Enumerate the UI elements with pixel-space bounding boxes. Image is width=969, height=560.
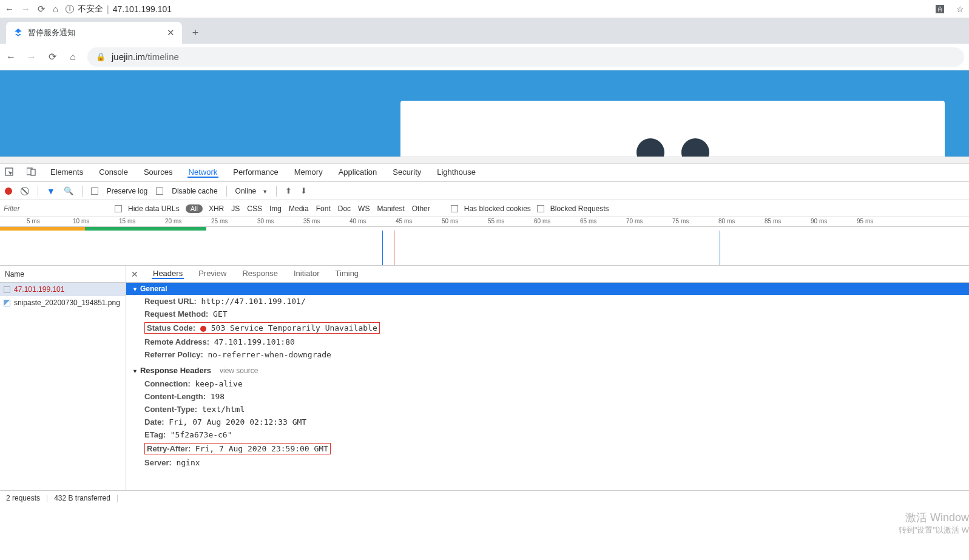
ruler-tick: 55 ms <box>488 218 504 224</box>
back-icon[interactable]: ← <box>5 52 17 62</box>
translate-icon[interactable]: 🅰 <box>936 4 944 14</box>
omnibox[interactable]: 🔒 juejin.im/timeline <box>87 47 964 67</box>
network-toolbar: ▼ 🔍 Preserve log Disable cache Online ▼ … <box>0 182 969 200</box>
ruler-tick: 75 ms <box>672 218 689 224</box>
blocked-req-checkbox[interactable] <box>537 205 544 212</box>
download-icon[interactable]: ⬇ <box>300 186 307 195</box>
devtools-tab-lighthouse[interactable]: Lighthouse <box>436 167 477 178</box>
blocked-req-label: Blocked Requests <box>550 204 609 213</box>
blocked-cookies-checkbox[interactable] <box>451 205 458 212</box>
svg-rect-2 <box>31 169 35 175</box>
forward-icon[interactable]: → <box>21 4 30 14</box>
close-icon[interactable]: ✕ <box>167 27 175 38</box>
ruler-tick: 50 ms <box>442 218 458 224</box>
header-row: Referrer Policy: no-referrer-when-downgr… <box>126 348 969 361</box>
devtools-tab-console[interactable]: Console <box>98 167 129 178</box>
detail-tab-timing[interactable]: Timing <box>334 269 360 279</box>
throttling-select[interactable]: Online ▼ <box>235 187 268 195</box>
header-row: Request URL: http://47.101.199.101/ <box>126 295 969 308</box>
horizontal-scrollbar[interactable] <box>0 157 969 164</box>
upload-icon[interactable]: ⬆ <box>285 186 292 195</box>
devtools-tab-security[interactable]: Security <box>391 167 422 178</box>
detail-tab-headers[interactable]: Headers <box>152 269 184 279</box>
outer-address[interactable]: i 不安全 | 47.101.199.101 <box>66 4 923 15</box>
request-row[interactable]: snipaste_20200730_194851.png <box>0 296 126 309</box>
ruler-tick: 30 ms <box>257 218 274 224</box>
section-general[interactable]: ▼General <box>126 283 969 295</box>
ruler-tick: 90 ms <box>811 218 827 224</box>
filter-chip-img[interactable]: Img <box>269 204 282 213</box>
ruler-tick: 20 ms <box>165 218 181 224</box>
mascot-icon <box>636 138 709 157</box>
ruler-tick: 35 ms <box>303 218 320 224</box>
filter-chip-ws[interactable]: WS <box>358 204 370 213</box>
home-icon[interactable]: ⌂ <box>53 4 58 14</box>
devtools-tab-memory[interactable]: Memory <box>293 167 324 178</box>
record-button[interactable] <box>5 187 12 195</box>
detail-tab-preview[interactable]: Preview <box>197 269 228 279</box>
preserve-log-checkbox[interactable] <box>91 187 98 195</box>
section-response-headers[interactable]: ▼Response Headersview source <box>126 361 969 377</box>
filter-chip-doc[interactable]: Doc <box>338 204 351 213</box>
header-row: Content-Length: 198 <box>126 390 969 403</box>
detail-tabs: ✕ HeadersPreviewResponseInitiatorTiming <box>126 266 969 283</box>
ruler-tick: 45 ms <box>396 218 412 224</box>
back-icon[interactable]: ← <box>5 4 14 14</box>
detail-tab-response[interactable]: Response <box>241 269 279 279</box>
ruler-tick: 70 ms <box>626 218 643 224</box>
header-row: Content-Type: text/html <box>126 403 969 416</box>
tab-strip: 暂停服务通知 ✕ + <box>0 18 969 44</box>
file-icon <box>4 286 10 293</box>
lock-icon: 🔒 <box>96 52 106 61</box>
network-statusbar: 2 requests | 432 B transferred | <box>0 490 969 505</box>
filter-chip-js[interactable]: JS <box>231 204 240 213</box>
disable-cache-checkbox[interactable] <box>156 187 163 195</box>
filter-chip-font[interactable]: Font <box>316 204 331 213</box>
request-row[interactable]: 47.101.199.101 <box>0 283 126 296</box>
hide-data-label: Hide data URLs <box>128 204 180 213</box>
devtools-tab-sources[interactable]: Sources <box>143 167 174 178</box>
close-details-icon[interactable]: ✕ <box>131 269 138 279</box>
detail-tab-initiator[interactable]: Initiator <box>292 269 321 279</box>
reload-icon[interactable]: ⟳ <box>38 4 46 15</box>
request-list-header[interactable]: Name <box>0 266 126 283</box>
header-row: Date: Fri, 07 Aug 2020 02:12:33 GMT <box>126 416 969 428</box>
clear-button[interactable] <box>21 187 29 195</box>
view-source-link[interactable]: view source <box>220 366 258 375</box>
filter-input[interactable] <box>2 203 109 214</box>
devtools-tab-performance[interactable]: Performance <box>232 167 279 178</box>
devtools-tab-elements[interactable]: Elements <box>49 167 84 178</box>
header-row: Connection: keep-alive <box>126 377 969 390</box>
hide-data-checkbox[interactable] <box>115 205 122 212</box>
ruler-tick: 85 ms <box>765 218 781 224</box>
filter-chip-xhr[interactable]: XHR <box>209 204 224 213</box>
device-icon[interactable] <box>27 167 36 178</box>
header-row: Remote Address: 47.101.199.101:80 <box>126 336 969 348</box>
header-row: Retry-After: Fri, 7 Aug 2020 23:59:00 GM… <box>126 441 969 456</box>
star-icon[interactable]: ☆ <box>956 4 964 14</box>
timeline-overview[interactable] <box>0 231 969 266</box>
home-icon[interactable]: ⌂ <box>67 52 79 62</box>
filter-chip-css[interactable]: CSS <box>247 204 262 213</box>
filter-chip-manifest[interactable]: Manifest <box>377 204 404 213</box>
inner-chrome-nav: ← → ⟳ ⌂ 🔒 juejin.im/timeline <box>0 44 969 70</box>
status-dot-icon <box>200 326 206 332</box>
ruler-tick: 10 ms <box>73 218 89 224</box>
reload-icon[interactable]: ⟳ <box>46 51 58 62</box>
forward-icon[interactable]: → <box>25 52 38 62</box>
search-icon[interactable]: 🔍 <box>64 186 73 195</box>
devtools-tab-network[interactable]: Network <box>187 167 219 178</box>
browser-tab[interactable]: 暂停服务通知 ✕ <box>6 22 182 44</box>
new-tab-button[interactable]: + <box>187 24 204 41</box>
filter-chip-media[interactable]: Media <box>289 204 309 213</box>
inspect-icon[interactable] <box>5 167 13 178</box>
omnibox-url: juejin.im/timeline <box>112 52 179 62</box>
filter-chip-other[interactable]: Other <box>412 204 430 213</box>
header-row: Request Method: GET <box>126 308 969 320</box>
request-name: snipaste_20200730_194851.png <box>14 299 120 307</box>
ruler-tick: 40 ms <box>349 218 366 224</box>
status-transferred: 432 B transferred <box>54 494 110 502</box>
devtools-tab-application[interactable]: Application <box>337 167 379 178</box>
filter-icon[interactable]: ▼ <box>47 186 55 196</box>
filter-all[interactable]: All <box>186 204 203 213</box>
